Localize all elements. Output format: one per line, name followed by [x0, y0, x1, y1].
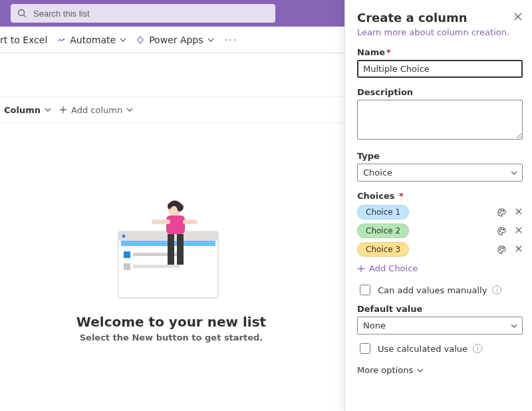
chevron-down-icon — [207, 37, 214, 43]
remove-choice-icon[interactable] — [515, 245, 523, 255]
svg-point-0 — [19, 10, 25, 16]
palette-icon[interactable] — [497, 207, 507, 217]
svg-point-18 — [503, 210, 504, 211]
add-column-label: Add column — [71, 105, 122, 115]
svg-point-16 — [499, 211, 501, 213]
chevron-down-icon — [126, 106, 133, 113]
choice-row: Choice 1 — [357, 205, 523, 219]
info-icon[interactable]: i — [492, 285, 501, 295]
more-options-label: More options — [357, 365, 413, 375]
use-calculated-row: Use calculated value i — [357, 341, 523, 356]
name-label-text: Name — [357, 47, 385, 57]
chevron-down-icon — [45, 106, 51, 113]
empty-state: Welcome to your new list Select the New … — [0, 198, 342, 342]
name-label: Name* — [357, 47, 523, 57]
svg-point-22 — [499, 249, 501, 250]
required-asterisk: * — [386, 47, 391, 57]
svg-rect-15 — [177, 234, 184, 265]
power-apps-label: Power Apps — [149, 35, 203, 45]
automate-label: Automate — [70, 35, 116, 45]
add-column-button[interactable]: Add column — [59, 105, 133, 115]
name-input[interactable] — [357, 60, 523, 78]
default-value-field: Default value — [357, 304, 523, 335]
choices-field: Choices * Choice 1 Choice 2 Choice 3 — [357, 191, 523, 273]
type-select[interactable] — [357, 164, 523, 182]
svg-point-5 — [122, 235, 125, 238]
power-apps-button[interactable]: Power Apps — [136, 35, 213, 45]
svg-rect-13 — [183, 219, 198, 224]
default-value-label: Default value — [357, 304, 523, 314]
palette-icon[interactable] — [497, 245, 507, 255]
svg-line-1 — [24, 15, 27, 18]
type-field: Type — [357, 151, 523, 182]
can-add-values-label: Can add values manually — [378, 285, 487, 295]
chevron-down-icon — [120, 37, 126, 43]
empty-state-subtitle: Select the New button to get started. — [80, 333, 263, 342]
info-icon[interactable]: i — [473, 344, 482, 353]
remove-choice-icon[interactable] — [515, 207, 523, 217]
panel-header: Create a column Learn more about column … — [357, 11, 523, 38]
empty-state-title: Welcome to your new list — [76, 314, 266, 330]
svg-rect-11 — [166, 215, 185, 234]
use-calculated-label: Use calculated value — [378, 344, 467, 354]
add-choice-label: Add Choice — [369, 263, 418, 273]
search-box-wrapper — [11, 4, 275, 23]
plus-icon — [59, 106, 67, 114]
description-input[interactable] — [357, 100, 523, 140]
can-add-values-row: Can add values manually i — [357, 283, 523, 297]
svg-point-24 — [503, 247, 504, 249]
required-asterisk: * — [396, 191, 403, 201]
empty-illustration — [105, 198, 238, 305]
close-icon[interactable] — [513, 12, 523, 21]
svg-rect-8 — [124, 263, 130, 270]
more-options-toggle[interactable]: More options — [357, 365, 523, 375]
search-input[interactable] — [11, 4, 275, 23]
remove-choice-icon[interactable] — [515, 226, 523, 236]
use-calculated-checkbox[interactable] — [360, 343, 370, 354]
choice-pill[interactable]: Choice 3 — [357, 242, 409, 257]
svg-rect-14 — [168, 234, 174, 265]
choice-pill[interactable]: Choice 2 — [357, 223, 409, 238]
svg-point-20 — [501, 228, 502, 229]
choice-row: Choice 2 — [357, 223, 523, 238]
svg-point-21 — [503, 229, 504, 230]
choice-row: Choice 3 — [357, 242, 523, 257]
default-value-select[interactable] — [357, 317, 523, 335]
add-choice-button[interactable]: Add Choice — [357, 263, 523, 273]
palette-icon[interactable] — [497, 226, 507, 236]
type-label: Type — [357, 151, 523, 161]
export-to-excel-button[interactable]: rt to Excel — [0, 35, 47, 45]
export-label: rt to Excel — [0, 35, 47, 45]
name-field: Name* — [357, 47, 523, 78]
create-column-panel: Create a column Learn more about column … — [344, 0, 532, 411]
svg-point-17 — [501, 209, 502, 211]
can-add-values-checkbox[interactable] — [360, 285, 370, 295]
plus-icon — [357, 265, 365, 273]
svg-rect-6 — [124, 251, 130, 258]
column-label: Column — [4, 105, 41, 115]
column-header-item[interactable]: Column — [4, 105, 51, 115]
svg-rect-9 — [133, 265, 180, 268]
chevron-down-icon — [417, 367, 424, 374]
panel-title: Create a column — [357, 11, 509, 25]
choice-pill[interactable]: Choice 1 — [357, 205, 409, 219]
choices-label: Choices * — [357, 191, 523, 201]
description-label: Description — [357, 87, 523, 97]
power-apps-icon — [136, 35, 145, 45]
automate-icon — [57, 35, 66, 45]
svg-point-19 — [499, 230, 501, 231]
more-commands-button[interactable]: ··· — [223, 32, 239, 48]
svg-point-23 — [501, 247, 502, 248]
description-field: Description — [357, 87, 523, 142]
automate-button[interactable]: Automate — [57, 35, 126, 45]
choices-label-text: Choices — [357, 191, 394, 201]
search-icon — [17, 9, 27, 18]
svg-rect-12 — [152, 219, 170, 224]
learn-more-link[interactable]: Learn more about column creation. — [357, 27, 509, 37]
